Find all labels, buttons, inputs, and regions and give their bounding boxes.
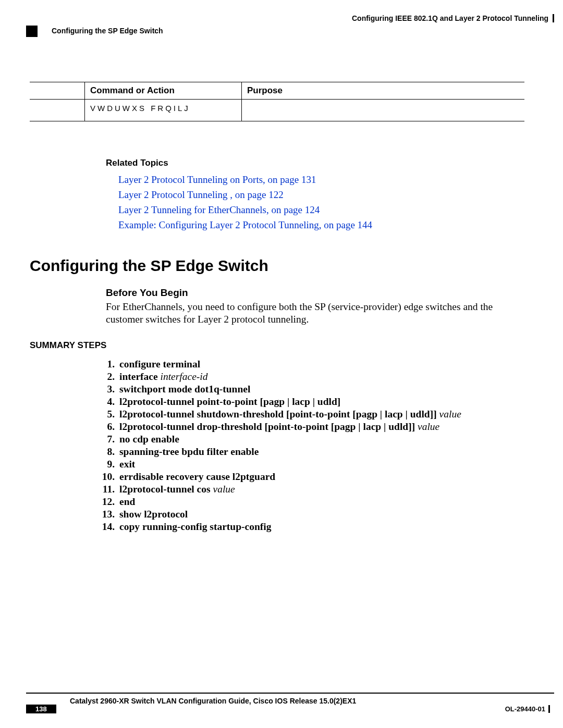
section-heading: Configuring the SP Edge Switch [30, 257, 524, 275]
summary-steps-list: configure terminal interface interface-i… [117, 358, 524, 533]
summary-step: l2protocol-tunnel shutdown-threshold [po… [117, 408, 524, 421]
table-cell-purpose [242, 100, 525, 121]
summary-step: l2protocol-tunnel drop-threshold [point-… [117, 421, 524, 433]
summary-steps-label: SUMMARY STEPS [30, 340, 524, 351]
table-cell-empty [30, 100, 85, 121]
summary-step: end [117, 496, 524, 508]
related-link[interactable]: Layer 2 Protocol Tunneling on Ports, on … [118, 174, 316, 185]
summary-step: spanning-tree bpdu filter enable [117, 446, 524, 458]
chapter-title: Configuring IEEE 802.1Q and Layer 2 Prot… [26, 14, 554, 22]
table-header-command: Command or Action [85, 82, 242, 100]
summary-step: configure terminal [117, 358, 524, 371]
page-header: Configuring IEEE 802.1Q and Layer 2 Prot… [26, 14, 554, 31]
summary-step: interface interface-id [117, 371, 524, 383]
related-link[interactable]: Example: Configuring Layer 2 Protocol Tu… [118, 219, 372, 230]
summary-step: l2protocol-tunnel point-to-point [pagp |… [117, 396, 524, 408]
summary-step: exit [117, 458, 524, 471]
related-topics-list: Layer 2 Protocol Tunneling on Ports, on … [106, 174, 524, 231]
footer-rule [26, 693, 554, 694]
footer-doc-id: OL-29440-01 [505, 705, 550, 713]
related-link[interactable]: Layer 2 Tunneling for EtherChannels, on … [118, 204, 320, 215]
page-content: Command or Action Purpose VWDUWXS FRQILJ… [30, 82, 524, 533]
footer-page-number: 138 [26, 705, 56, 713]
summary-step: no cdp enable [117, 433, 524, 446]
related-link-item: Layer 2 Protocol Tunneling , on page 122 [118, 189, 524, 201]
related-topics-heading: Related Topics [106, 158, 524, 168]
related-link[interactable]: Layer 2 Protocol Tunneling , on page 122 [118, 189, 284, 200]
before-you-begin-text: For EtherChannels, you need to configure… [106, 301, 524, 326]
summary-step: errdisable recovery cause l2ptguard [117, 471, 524, 483]
footer-guide-title: Catalyst 2960-XR Switch VLAN Configurati… [70, 697, 356, 705]
table-header-row: Command or Action Purpose [30, 82, 524, 100]
related-link-item: Layer 2 Tunneling for EtherChannels, on … [118, 204, 524, 216]
page-footer: Catalyst 2960-XR Switch VLAN Configurati… [9, 693, 554, 713]
related-link-item: Example: Configuring Layer 2 Protocol Tu… [118, 219, 524, 231]
summary-step: show l2protocol [117, 508, 524, 521]
summary-step: switchport mode dot1q-tunnel [117, 383, 524, 396]
summary-step: l2protocol-tunnel cos value [117, 483, 524, 496]
related-link-item: Layer 2 Protocol Tunneling on Ports, on … [118, 174, 524, 186]
command-table: Command or Action Purpose VWDUWXS FRQILJ [30, 82, 524, 121]
header-marker-icon [26, 26, 38, 37]
table-cell-command: VWDUWXS FRQILJ [85, 100, 242, 121]
table-header-purpose: Purpose [242, 82, 525, 100]
table-header-empty [30, 82, 85, 100]
summary-step: copy running-config startup-config [117, 521, 524, 533]
before-you-begin-label: Before You Begin [106, 287, 524, 299]
running-section: Configuring the SP Edge Switch [26, 26, 554, 37]
table-row: VWDUWXS FRQILJ [30, 100, 524, 121]
related-topics: Related Topics Layer 2 Protocol Tunnelin… [106, 158, 524, 231]
